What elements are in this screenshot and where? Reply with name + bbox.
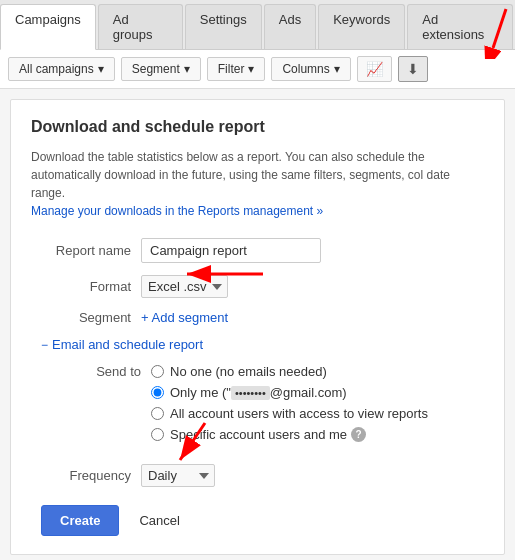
format-select[interactable]: Excel .csv CSV TSV XML bbox=[141, 275, 228, 298]
frequency-label: Frequency bbox=[31, 468, 131, 483]
cancel-button[interactable]: Cancel bbox=[129, 506, 189, 535]
panel-description: Download the table statistics below as a… bbox=[31, 148, 484, 220]
segment-button[interactable]: Segment ▾ bbox=[121, 57, 201, 81]
panel-title: Download and schedule report bbox=[31, 118, 484, 136]
radio-no-one[interactable] bbox=[151, 365, 164, 378]
dropdown-arrow-icon: ▾ bbox=[98, 62, 104, 76]
format-label: Format bbox=[31, 279, 131, 294]
tab-ads[interactable]: Ads bbox=[264, 4, 316, 49]
collapse-icon[interactable]: − bbox=[41, 338, 48, 352]
tab-ad-extensions[interactable]: Ad extensions bbox=[407, 4, 513, 49]
action-buttons: Create Cancel bbox=[41, 505, 484, 536]
frequency-select[interactable]: Daily Weekly Monthly bbox=[141, 464, 215, 487]
report-name-row: Report name bbox=[31, 238, 484, 263]
radio-all-users-label: All account users with access to view re… bbox=[170, 406, 428, 421]
tab-ad-groups[interactable]: Ad groups bbox=[98, 4, 183, 49]
send-to-radio-group: No one (no emails needed) Only me ("••••… bbox=[151, 364, 428, 448]
dropdown-arrow-icon: ▾ bbox=[184, 62, 190, 76]
add-segment-link[interactable]: + Add segment bbox=[141, 310, 228, 325]
segment-row: Segment + Add segment bbox=[31, 310, 484, 325]
email-schedule-toggle[interactable]: Email and schedule report bbox=[52, 337, 203, 352]
columns-button[interactable]: Columns ▾ bbox=[271, 57, 350, 81]
tab-campaigns[interactable]: Campaigns bbox=[0, 4, 96, 50]
create-button[interactable]: Create bbox=[41, 505, 119, 536]
all-campaigns-button[interactable]: All campaigns ▾ bbox=[8, 57, 115, 81]
radio-only-me-label: Only me ("••••••••@gmail.com) bbox=[170, 385, 347, 400]
chart-icon: 📈 bbox=[366, 61, 383, 77]
help-icon[interactable]: ? bbox=[351, 427, 366, 442]
radio-specific-users-label: Specific account users and me bbox=[170, 427, 347, 442]
email-toggle-row: − Email and schedule report bbox=[41, 337, 484, 352]
chart-icon-button[interactable]: 📈 bbox=[357, 56, 392, 82]
send-to-label: Send to bbox=[41, 364, 141, 379]
report-name-input[interactable] bbox=[141, 238, 321, 263]
manage-downloads-link[interactable]: Manage your downloads in the Reports man… bbox=[31, 204, 323, 218]
frequency-row: Frequency Daily Weekly Monthly bbox=[31, 464, 484, 487]
radio-all-users-row: All account users with access to view re… bbox=[151, 406, 428, 421]
dropdown-arrow-icon: ▾ bbox=[334, 62, 340, 76]
toolbar: All campaigns ▾ Segment ▾ Filter ▾ Colum… bbox=[0, 50, 515, 89]
radio-all-users[interactable] bbox=[151, 407, 164, 420]
radio-only-me[interactable] bbox=[151, 386, 164, 399]
report-name-label: Report name bbox=[31, 243, 131, 258]
radio-specific-users[interactable] bbox=[151, 428, 164, 441]
radio-specific-users-row: Specific account users and me ? bbox=[151, 427, 428, 442]
format-row: Format Excel .csv CSV TSV XML bbox=[31, 275, 484, 298]
report-panel: Download and schedule report Download th… bbox=[10, 99, 505, 555]
download-icon: ⬇ bbox=[407, 61, 419, 77]
filter-button[interactable]: Filter ▾ bbox=[207, 57, 266, 81]
tab-keywords[interactable]: Keywords bbox=[318, 4, 405, 49]
segment-label: Segment bbox=[31, 310, 131, 325]
radio-no-one-label: No one (no emails needed) bbox=[170, 364, 327, 379]
tab-settings[interactable]: Settings bbox=[185, 4, 262, 49]
radio-no-one-row: No one (no emails needed) bbox=[151, 364, 428, 379]
radio-only-me-row: Only me ("••••••••@gmail.com) bbox=[151, 385, 428, 400]
tab-bar: Campaigns Ad groups Settings Ads Keyword… bbox=[0, 0, 515, 50]
download-icon-button[interactable]: ⬇ bbox=[398, 56, 428, 82]
dropdown-arrow-icon: ▾ bbox=[248, 62, 254, 76]
